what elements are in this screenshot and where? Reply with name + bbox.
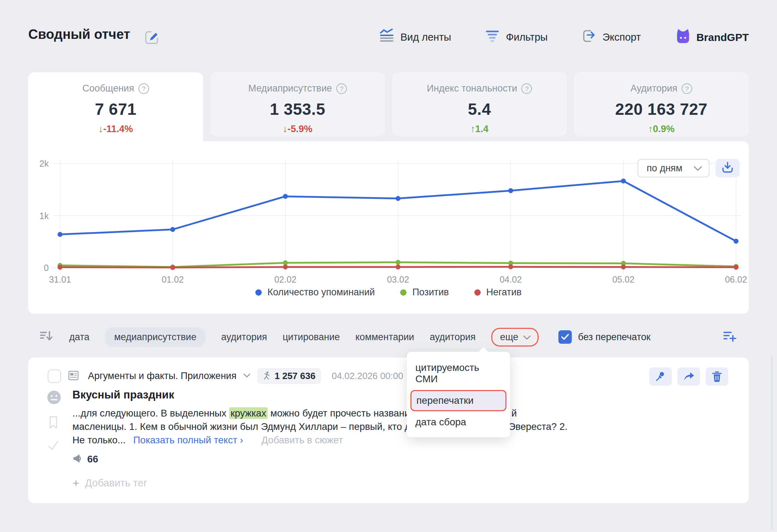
sort-tab-media-presence[interactable]: медиаприсутствие (105, 327, 206, 347)
svg-text:01.02: 01.02 (162, 274, 184, 284)
stat-cards: Сообщения? 7 671 ↓-11.4% Медиаприсутстви… (28, 72, 749, 148)
download-icon (721, 161, 734, 175)
legend-item-mentions[interactable]: Количество упоминаний (255, 287, 375, 298)
stat-value: 1 353.5 (210, 100, 385, 119)
stat-card-messages[interactable]: Сообщения? 7 671 ↓-11.4% (28, 72, 203, 148)
stat-delta: ↑0.9% (574, 124, 749, 135)
show-full-text-link[interactable]: Показать полный текст › (133, 435, 243, 445)
stat-card-audience[interactable]: Аудитория? 220 163 727 ↑0.9% (574, 72, 749, 136)
plus-icon: + (72, 476, 79, 490)
add-tag-label: Добавить тег (85, 477, 147, 489)
dropdown-item-reprints[interactable]: перепечатки (410, 390, 506, 411)
stat-card-tonality-index[interactable]: Индекс тональности? 5.4 ↑1.4 (392, 72, 567, 136)
stat-label: Медиаприсутствие (248, 83, 332, 94)
export-icon (581, 28, 597, 46)
svg-text:04.02: 04.02 (500, 274, 522, 284)
reach-value: 1 257 636 (275, 371, 316, 382)
snippet-text-tail: й (511, 408, 517, 419)
filters-label: Фильтры (506, 31, 547, 43)
help-icon[interactable]: ? (521, 83, 532, 94)
newspaper-icon (67, 370, 79, 383)
help-icon[interactable]: ? (682, 83, 692, 94)
no-reprints-checkbox[interactable] (558, 330, 572, 344)
stat-label: Аудитория (630, 83, 677, 94)
svg-text:05.02: 05.02 (612, 274, 635, 284)
dashboard: Сводный отчет Вид ленты Фильтры Экспорт (0, 0, 777, 532)
snippet-highlight: кружках (229, 407, 268, 419)
sentiment-neutral-icon[interactable] (47, 390, 61, 406)
snippet-text: можно будет прочесть название (268, 408, 415, 419)
sort-tab-citation[interactable]: цитирование (283, 332, 340, 343)
stat-value: 5.4 (392, 100, 567, 119)
post-source[interactable]: Аргументы и факты. Приложения (88, 371, 237, 382)
stat-label: Сообщения (82, 83, 134, 94)
megaphone-icon (72, 454, 83, 465)
export-label: Экспорт (603, 31, 641, 43)
period-select[interactable]: по дням (637, 159, 710, 177)
more-options-dropdown: цитируемость СМИ перепечатки дата сбора (407, 352, 510, 437)
sort-tab-date[interactable]: дата (69, 332, 89, 343)
reposts-counter[interactable]: 66 (72, 454, 98, 465)
brand-logo[interactable]: BrandGPT (675, 28, 749, 47)
dropdown-item-media-citation[interactable]: цитируемость СМИ (407, 357, 510, 389)
legend-label: Количество упоминаний (267, 287, 375, 298)
filters-button[interactable]: Фильтры (485, 29, 547, 46)
edit-report-icon[interactable] (144, 29, 160, 45)
legend-item-negative[interactable]: Негатив (474, 287, 522, 298)
snippet-text: Не только... (72, 435, 126, 445)
legend-dot (400, 289, 407, 296)
post-title[interactable]: Вкусный праздник (72, 389, 174, 401)
sort-tab-audience-2[interactable]: аудитория (430, 332, 476, 343)
post-select-checkbox[interactable] (48, 370, 61, 383)
checkmark-icon[interactable] (47, 439, 60, 453)
scrollbar-thumb[interactable] (771, 356, 773, 530)
more-sort-options-button[interactable]: еще (491, 328, 539, 347)
export-button[interactable]: Экспорт (581, 28, 641, 46)
funnel-icon (485, 29, 500, 46)
page-title: Сводный отчет (28, 27, 130, 42)
sort-icon[interactable] (40, 330, 54, 344)
add-to-story-link[interactable]: Добавить в сюжет (261, 435, 343, 445)
pin-button[interactable] (649, 367, 672, 386)
stat-delta: ↓-11.4% (28, 124, 203, 135)
svg-text:31.01: 31.01 (49, 274, 71, 284)
chart-panel: 01k2k31.0101.0202.0203.0204.0205.0206.02… (28, 141, 749, 314)
download-chart-button[interactable] (716, 159, 740, 177)
legend-dot (255, 289, 262, 296)
feed-view-button[interactable]: Вид ленты (379, 29, 451, 46)
reach-icon (263, 371, 271, 382)
sort-tab-audience[interactable]: аудитория (221, 332, 267, 343)
stat-value: 7 671 (28, 100, 203, 119)
legend-label: Негатив (486, 287, 522, 298)
dropdown-item-collection-date[interactable]: дата сбора (407, 412, 510, 432)
chevron-down-icon (693, 163, 702, 174)
legend-dot (474, 289, 481, 296)
post-card: Аргументы и факты. Приложения 1 257 636 … (28, 357, 749, 503)
chevron-down-icon[interactable] (243, 373, 251, 379)
brandgpt-cat-icon (675, 28, 692, 47)
delete-button[interactable] (706, 367, 728, 386)
stat-label: Индекс тональности (427, 83, 517, 94)
sort-tab-comments[interactable]: комментарии (355, 332, 414, 343)
no-reprints-filter: без перепечаток (558, 330, 651, 344)
help-icon[interactable]: ? (336, 83, 347, 94)
brand-name: BrandGPT (696, 31, 749, 43)
svg-text:1k: 1k (40, 211, 49, 221)
feed-settings-icon[interactable] (723, 330, 737, 344)
header-menu: Вид ленты Фильтры Экспорт BrandGPT (379, 28, 749, 47)
bookmark-icon[interactable] (47, 415, 60, 431)
svg-text:06.02: 06.02 (725, 274, 747, 284)
reposts-count: 66 (87, 454, 98, 465)
post-snippet-line3: Не только... Показать полный текст › Доб… (72, 435, 343, 446)
chevron-down-icon (523, 332, 531, 343)
stat-card-media-presence[interactable]: Медиаприсутствие? 1 353.5 ↓-5.9% (210, 72, 385, 136)
help-icon[interactable]: ? (138, 83, 149, 94)
chart-legend: Количество упоминаний Позитив Негатив (28, 287, 749, 298)
reach-badge: 1 257 636 (257, 368, 321, 384)
legend-item-positive[interactable]: Позитив (400, 287, 449, 298)
post-datetime: 04.02.2026 00:00 (332, 371, 403, 382)
feed-toolbar: дата медиаприсутствие аудитория цитирова… (40, 326, 737, 348)
stat-delta: ↑1.4 (392, 124, 567, 135)
add-tag-button[interactable]: + Добавить тег (72, 476, 147, 490)
share-button[interactable] (677, 367, 700, 386)
